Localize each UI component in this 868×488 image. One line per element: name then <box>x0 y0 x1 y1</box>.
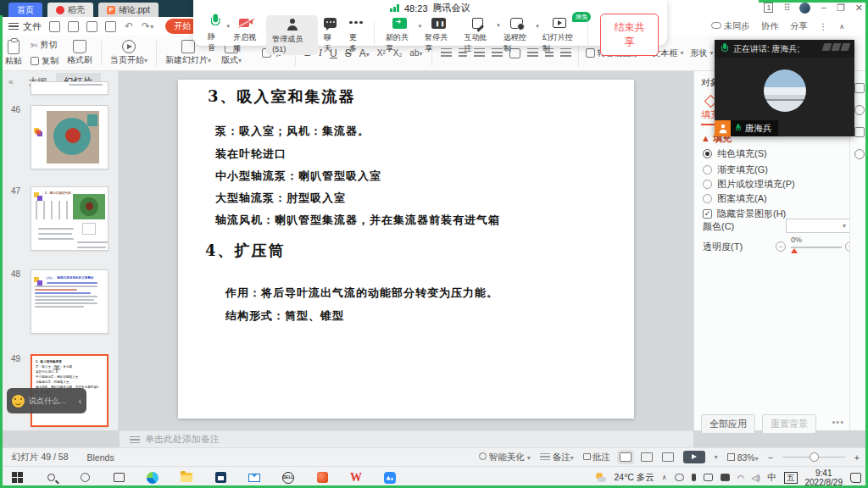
dell-button[interactable]: DELL <box>271 467 305 488</box>
clock[interactable]: 9:412022/8/29 <box>805 469 843 487</box>
tray-expand-icon[interactable]: ∧ <box>662 474 667 481</box>
undo-icon[interactable]: ↶ <box>125 20 133 32</box>
help-icon[interactable] <box>854 149 865 159</box>
theme-name[interactable]: Blends <box>87 452 114 463</box>
thumbnail-46[interactable] <box>31 105 108 169</box>
paste-button[interactable]: 粘贴 <box>0 40 27 67</box>
network-icon[interactable]: ◠ <box>737 474 744 482</box>
transparency-slider[interactable] <box>791 247 842 248</box>
mute-button[interactable]: 静音▾ <box>202 16 227 53</box>
sync-status[interactable]: 未同步 <box>711 20 749 32</box>
thumbnail-45-partial[interactable] <box>31 81 108 95</box>
end-share-button[interactable]: 结束共享 <box>600 14 659 56</box>
tencent-meeting-button[interactable] <box>373 467 407 488</box>
copy-button[interactable]: 复制 <box>27 54 62 68</box>
output-icon[interactable] <box>68 21 79 32</box>
fill-option-picture[interactable]: 图片或纹理填充(P) <box>703 178 795 191</box>
collapse-ribbon-icon[interactable]: ∧ <box>839 23 844 30</box>
slideshow-play-button[interactable] <box>683 451 705 463</box>
slider-marker-icon[interactable] <box>791 248 798 253</box>
weather-text[interactable]: 24°C 多云 <box>614 472 654 484</box>
smart-beautify-button[interactable]: 智能美化 ▾ <box>479 452 531 463</box>
zoom-in-button[interactable]: + <box>854 452 860 463</box>
notification-center-icon[interactable] <box>850 473 861 483</box>
office-button[interactable] <box>305 467 339 488</box>
animation-icon[interactable] <box>854 127 865 137</box>
emoji-icon[interactable] <box>12 395 25 408</box>
grid-view-icon[interactable]: ⠿ <box>783 3 789 14</box>
start-button[interactable] <box>0 467 34 488</box>
thumbnail-48[interactable]: （六）、轴流式泵与风机的主要部件 <box>31 269 108 334</box>
mail-button[interactable] <box>237 467 271 488</box>
zoom-slider[interactable] <box>782 457 845 458</box>
current-slide[interactable]: 3、吸入室和集流器 泵：吸入室；风机：集流器。 装在叶轮进口 中小型轴流泵：喇叭… <box>178 80 634 419</box>
normal-view-icon[interactable] <box>620 452 632 462</box>
zoom-knob[interactable] <box>810 452 819 462</box>
fill-option-pattern[interactable]: 图案填充(A) <box>703 192 767 205</box>
color-dropdown[interactable]: ▾ <box>786 219 850 233</box>
tab-rice-store[interactable]: 稻壳 <box>47 3 93 17</box>
tray-device-icon[interactable] <box>721 474 730 481</box>
collapse-bubble-icon[interactable]: ‹ <box>79 396 81 406</box>
apply-all-button[interactable]: 全部应用 <box>701 414 755 434</box>
more-button[interactable]: 更多 <box>343 15 369 55</box>
add-slide-button[interactable]: + <box>53 361 61 378</box>
camera-button[interactable]: 开启视频▾ <box>227 16 266 54</box>
cut-button[interactable]: ✄剪切 <box>27 38 62 52</box>
preview-icon[interactable] <box>105 21 116 32</box>
onedrive-icon[interactable] <box>675 474 684 481</box>
volume-icon[interactable]: ◁) <box>752 474 760 482</box>
slide-control-button[interactable]: 幻灯片控制限免 <box>537 16 582 54</box>
print-icon[interactable] <box>86 21 97 32</box>
fit-zoom[interactable]: 83%▾ <box>727 452 759 463</box>
ime-indicator[interactable]: 中 <box>768 472 777 484</box>
tray-app-icon[interactable] <box>704 474 713 481</box>
save-icon[interactable] <box>49 21 60 32</box>
thumbnail-47[interactable]: 2、离心式加压气机 <box>31 186 108 251</box>
remote-control-button[interactable]: 远程控制▾ <box>498 16 537 54</box>
transparency-minus-button[interactable]: − <box>776 241 786 252</box>
format-painter-button[interactable]: 格式刷 <box>62 40 97 66</box>
layout-switch-icon[interactable]: 1 <box>764 3 773 13</box>
pause-share-button[interactable]: 暂停共享 <box>419 16 458 54</box>
comments-button[interactable]: 批注 <box>583 452 610 463</box>
tab-document[interactable]: P绪论.ppt <box>98 3 159 17</box>
reading-view-icon[interactable] <box>662 452 674 462</box>
reset-background-button[interactable]: 重置背景 <box>762 414 816 434</box>
new-share-button[interactable]: 新的共享▾ <box>380 16 419 54</box>
fill-option-solid[interactable]: 纯色填充(S) <box>703 147 767 160</box>
play-options-caret-icon[interactable]: ▾ <box>715 453 718 461</box>
speaker-video-panel[interactable]: 正在讲话: 唐海兵; 唐海兵 <box>715 40 854 136</box>
panel-more-icon[interactable]: ••• <box>832 417 844 427</box>
meeting-chat-bubble[interactable]: 说点什么... ‹ <box>7 388 86 413</box>
account-avatar[interactable] <box>799 3 810 14</box>
collapse-panel-icon[interactable]: « <box>8 77 14 86</box>
cortana-button[interactable] <box>68 467 102 488</box>
notes-bar[interactable]: 单击此处添加备注 <box>120 430 693 447</box>
file-explorer-button[interactable] <box>170 467 203 488</box>
collaborate-button[interactable]: 协作 <box>761 20 778 32</box>
hide-background-checkbox[interactable]: ✓隐藏背景图形(H) <box>703 208 786 220</box>
shape-button[interactable]: 形状▾ <box>687 47 717 60</box>
share-button[interactable]: 分享 <box>790 20 807 32</box>
menu-icon[interactable] <box>8 23 19 30</box>
store-button[interactable] <box>203 467 237 488</box>
sorter-view-icon[interactable] <box>641 452 653 462</box>
qat-caret-icon[interactable]: ▾ <box>150 23 153 30</box>
search-button[interactable] <box>34 467 68 488</box>
restore-icon[interactable]: ❐ <box>837 3 845 14</box>
wps-button[interactable]: W <box>339 467 373 488</box>
minimize-icon[interactable]: − <box>821 3 826 13</box>
chat-button[interactable]: 聊天 <box>318 16 343 54</box>
close-icon[interactable]: ✕ <box>855 3 863 14</box>
edge-button[interactable] <box>136 467 170 488</box>
play-from-current-button[interactable]: 当页开始▾ <box>105 40 153 66</box>
file-menu[interactable]: 文件 <box>23 20 42 33</box>
task-view-button[interactable] <box>102 467 136 488</box>
fill-option-gradient[interactable]: 渐变填充(G) <box>703 164 768 176</box>
notes-toggle-button[interactable]: 备注▾ <box>540 452 574 463</box>
tray-mic-icon[interactable] <box>692 474 696 481</box>
ime-mode-indicator[interactable]: 五 <box>784 472 798 484</box>
more-vert-icon[interactable]: ⋮ <box>819 22 827 31</box>
chat-input-placeholder[interactable]: 说点什么... <box>29 396 75 407</box>
